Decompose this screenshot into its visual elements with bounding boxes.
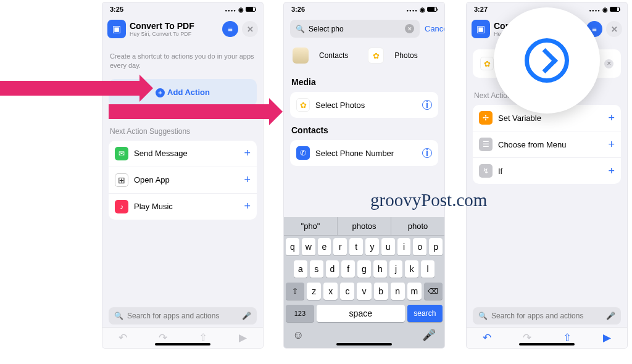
suggestions-list: ✢ Set Variable + ☰ Choose from Menu + ↯ … [473, 105, 621, 184]
key[interactable]: x [323, 283, 338, 300]
close-button[interactable]: ✕ [242, 21, 258, 37]
kbd-suggestion[interactable]: photos [338, 217, 391, 235]
search-field[interactable] [491, 312, 602, 320]
numbers-key[interactable]: 123 [286, 305, 314, 322]
section-media: Media [291, 77, 437, 87]
if-icon: ↯ [479, 164, 493, 178]
keyboard[interactable]: "pho" photos photo qwertyuiop asdfghjkl … [284, 217, 444, 348]
key[interactable]: s [310, 260, 323, 278]
backspace-key[interactable]: ⌫ [424, 283, 443, 300]
plus-icon: + [156, 88, 165, 97]
key[interactable]: i [397, 238, 411, 255]
suggestion-play-music[interactable]: ♪ Play Music + [109, 194, 257, 220]
battery-icon [246, 7, 256, 12]
undo-button[interactable]: ↶ [483, 331, 491, 344]
share-button[interactable]: ⇧ [199, 331, 207, 344]
add-icon[interactable]: + [244, 173, 251, 186]
add-icon[interactable]: + [244, 147, 251, 160]
kbd-suggestion[interactable]: "pho" [284, 217, 338, 235]
redo-button[interactable]: ↷ [159, 331, 167, 344]
shift-key[interactable]: ⇧ [286, 283, 304, 300]
close-button[interactable]: ✕ [606, 21, 622, 37]
add-icon[interactable]: + [608, 165, 615, 178]
key[interactable]: h [373, 260, 387, 278]
key[interactable]: a [294, 260, 307, 278]
suggestion-if[interactable]: ↯ If + [473, 158, 621, 184]
suggestion-choose-from-menu[interactable]: ☰ Choose from Menu + [473, 131, 621, 158]
info-icon[interactable]: i [422, 148, 432, 158]
status-indicators [407, 6, 438, 13]
results-body: Media Select Photos i Contacts ✆ Select … [284, 77, 444, 171]
add-icon[interactable]: + [244, 200, 251, 213]
remove-action-icon[interactable]: ✕ [604, 59, 613, 68]
key[interactable]: d [326, 260, 339, 278]
key[interactable]: q [286, 238, 299, 255]
emoji-key[interactable]: ☺ [293, 329, 304, 342]
keyboard-row-1: qwertyuiop [284, 236, 444, 258]
mic-icon[interactable]: 🎤 [242, 312, 251, 320]
key[interactable]: o [413, 238, 426, 255]
status-time: 3:27 [474, 6, 488, 13]
settings-button[interactable]: ≡ [222, 21, 238, 37]
run-button[interactable]: ▶ [239, 331, 247, 344]
run-button[interactable]: ▶ [603, 331, 611, 344]
key[interactable]: j [389, 260, 403, 278]
key[interactable]: v [357, 283, 371, 300]
key[interactable]: n [391, 283, 405, 300]
space-key[interactable]: space [317, 305, 405, 322]
search-container: 🔍 🎤 [109, 307, 257, 325]
suggestion-send-message[interactable]: ✉ Send Message + [109, 141, 257, 167]
key[interactable]: z [307, 283, 321, 300]
key[interactable]: f [341, 260, 355, 278]
key[interactable]: e [318, 238, 331, 255]
key[interactable]: w [302, 238, 315, 255]
signal-icon [225, 6, 237, 13]
key[interactable]: b [374, 283, 388, 300]
zoom-callout [494, 7, 600, 114]
kbd-suggestion[interactable]: photo [391, 217, 444, 235]
key[interactable]: l [421, 260, 434, 278]
add-icon[interactable]: + [608, 138, 615, 151]
add-icon[interactable]: + [608, 112, 615, 125]
keyboard-row-4: 123 space search [284, 302, 444, 325]
key[interactable]: m [407, 283, 422, 300]
key[interactable]: u [381, 238, 395, 255]
search-field[interactable] [127, 312, 238, 320]
dictate-key[interactable]: 🎤 [422, 328, 436, 342]
action-select-photos[interactable]: Select Photos i [290, 92, 438, 118]
photos-icon [368, 48, 384, 64]
status-time: 3:26 [291, 6, 305, 13]
category-contacts[interactable]: Contacts [293, 48, 348, 64]
row-label: Play Music [134, 202, 244, 211]
key[interactable]: t [349, 238, 363, 255]
share-button[interactable]: ⇧ [563, 331, 572, 344]
music-icon: ♪ [115, 200, 128, 213]
action-select-phone-number[interactable]: ✆ Select Phone Number i [290, 140, 438, 166]
key[interactable]: y [365, 238, 379, 255]
key[interactable]: c [340, 283, 354, 300]
search-field[interactable] [309, 25, 401, 33]
search-key[interactable]: search [407, 305, 443, 322]
key[interactable]: p [429, 238, 443, 255]
contacts-icon [293, 48, 309, 64]
search-input[interactable]: 🔍 ✕ [290, 20, 420, 38]
clear-icon[interactable]: ✕ [405, 24, 414, 33]
search-input[interactable]: 🔍 🎤 [109, 307, 257, 325]
header: ▣ Convert To PDF Hey Siri, Convert To PD… [102, 16, 263, 42]
status-bar: 3:25 [102, 2, 263, 16]
key[interactable]: r [333, 238, 347, 255]
shortcut-app-icon: ▣ [472, 20, 490, 38]
key[interactable]: k [405, 260, 418, 278]
info-icon[interactable]: i [422, 100, 432, 110]
redo-button[interactable]: ↷ [523, 331, 531, 344]
page-title: Convert To PDF [130, 21, 218, 31]
search-input[interactable]: 🔍 🎤 [473, 307, 621, 325]
suggestion-open-app[interactable]: Open App + [109, 167, 257, 194]
category-photos[interactable]: Photos [368, 48, 417, 64]
undo-button[interactable]: ↶ [118, 331, 127, 344]
cancel-button[interactable]: Cancel [425, 24, 444, 33]
mic-icon[interactable]: 🎤 [606, 312, 615, 320]
status-bar: 3:26 [284, 2, 444, 16]
key[interactable]: g [357, 260, 371, 278]
home-indicator [155, 343, 210, 345]
